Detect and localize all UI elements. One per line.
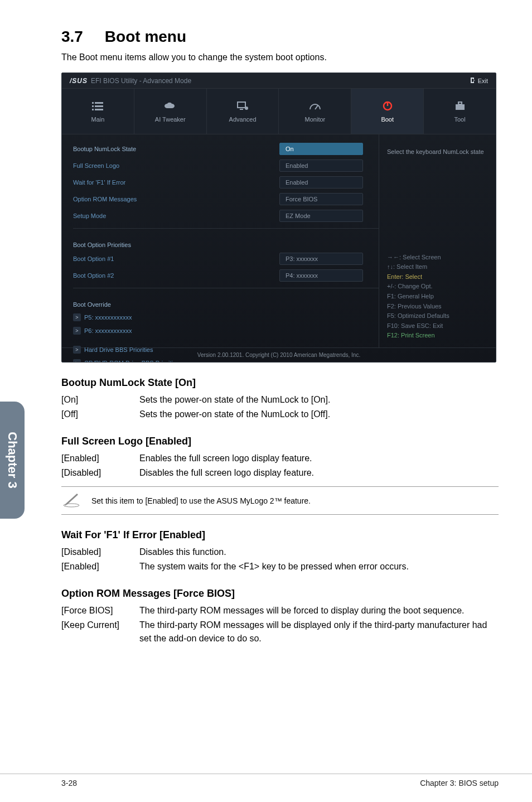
override-hdd[interactable]: > Hard Drive BBS Priorities: [73, 343, 379, 356]
override-cddvd-label: CD/DVD ROM Drive BBS Priorities: [84, 360, 180, 363]
opt-desc: Enables the full screen logo display fea…: [139, 452, 499, 465]
exit-label: Exit: [478, 78, 488, 84]
opt-desc: The system waits for the <F1> key to be …: [139, 560, 499, 573]
opt-fslogo-di: [Disabled] Disables the full screen logo…: [61, 466, 499, 480]
opt-key: [Enabled]: [61, 452, 139, 465]
bios-help-text: Select the keyboard NumLock state: [387, 148, 488, 156]
section-heading: 3.7 Boot menu: [61, 28, 499, 46]
row-optionrom-label: Option ROM Messages: [73, 196, 279, 202]
override-p5[interactable]: > P5: xxxxxxxxxxxx: [73, 311, 379, 324]
svg-point-8: [245, 107, 248, 110]
tab-advanced[interactable]: Advanced: [207, 89, 279, 134]
row-waitf1-label: Wait for 'F1' If Error: [73, 179, 279, 186]
row-numlock[interactable]: Bootup NumLock State On: [73, 141, 379, 157]
row-optionrom[interactable]: Option ROM Messages Force BIOS: [73, 191, 379, 207]
row-bootopt1[interactable]: Boot Option #1 P3: xxxxxxx: [73, 251, 379, 267]
svg-rect-13: [458, 102, 462, 104]
note-text: Set this item to [Enabled] to use the AS…: [91, 496, 311, 505]
row-setupmode-label: Setup Mode: [73, 212, 279, 219]
row-numlock-value[interactable]: On: [279, 143, 363, 155]
tab-aitweaker-label: AI Tweaker: [155, 116, 186, 123]
section-number: 3.7: [61, 28, 83, 45]
subhead-fslogo: Full Screen Logo [Enabled]: [61, 436, 499, 447]
tab-tool[interactable]: Tool: [424, 89, 496, 134]
svg-rect-6: [238, 102, 245, 108]
tab-boot[interactable]: Boot: [351, 89, 424, 134]
tab-main-label: Main: [91, 116, 104, 123]
gauge-icon: [308, 100, 322, 112]
svg-rect-2: [92, 105, 94, 107]
bios-nav-hints: →←: Select Screen ↑↓: Select Item Enter:…: [387, 253, 488, 341]
row-setupmode-value[interactable]: EZ Mode: [279, 210, 363, 222]
opt-desc: Sets the power-on state of the NumLock t…: [139, 393, 499, 407]
svg-line-9: [315, 105, 318, 109]
tab-advanced-label: Advanced: [229, 116, 257, 123]
opt-numlock-off: [Off] Sets the power-on state of the Num…: [61, 408, 499, 421]
hint-l9: F12: Print Screen: [387, 331, 488, 341]
row-waitf1-value[interactable]: Enabled: [279, 176, 363, 189]
tab-boot-label: Boot: [381, 116, 394, 123]
tab-main[interactable]: Main: [62, 89, 134, 134]
row-bootopt1-label: Boot Option #1: [73, 255, 279, 262]
chevron-right-icon: >: [73, 327, 81, 335]
boot-override-header: Boot Override: [73, 298, 379, 311]
subhead-numlock: Bootup NumLock State [On]: [61, 377, 499, 389]
svg-rect-7: [240, 109, 243, 110]
power-icon: [380, 100, 395, 112]
bios-right-pane: Select the keyboard NumLock state →←: Se…: [379, 134, 496, 347]
override-hdd-label: Hard Drive BBS Priorities: [84, 346, 153, 353]
opt-key: [Off]: [61, 408, 139, 421]
subhead-optrom: Option ROM Messages [Force BIOS]: [61, 588, 499, 600]
hint-l6: F2: Previous Values: [387, 302, 488, 312]
row-bootopt2-label: Boot Option #2: [73, 272, 279, 279]
override-p6-label: P6: xxxxxxxxxxxx: [84, 327, 132, 334]
row-waitf1[interactable]: Wait for 'F1' If Error Enabled: [73, 175, 379, 190]
section-intro: The Boot menu items allow you to change …: [61, 52, 499, 62]
override-p6[interactable]: > P6: xxxxxxxxxxxx: [73, 324, 379, 337]
opt-desc: The third-party ROM messages will be dis…: [139, 619, 499, 645]
hint-l2: ↑↓: Select Item: [387, 262, 488, 272]
opt-desc: The third-party ROM messages will be for…: [139, 604, 499, 617]
svg-rect-4: [92, 109, 94, 110]
tab-monitor[interactable]: Monitor: [279, 89, 351, 134]
hint-l1: →←: Select Screen: [387, 253, 488, 263]
row-bootopt2-value[interactable]: P4: xxxxxxx: [279, 269, 363, 282]
row-bootopt1-value[interactable]: P3: xxxxxxx: [279, 253, 363, 265]
row-fullscreen-value[interactable]: Enabled: [279, 160, 363, 172]
tab-aitweaker[interactable]: AI Tweaker: [134, 89, 207, 134]
bios-titlebar: /SUS EFI BIOS Utility - Advanced Mode Ex…: [62, 73, 496, 89]
opt-waitf1-en: [Enabled] The system waits for the <F1> …: [61, 560, 499, 573]
exit-button[interactable]: Exit: [470, 77, 488, 85]
opt-waitf1-di: [Disabled] Disables this function.: [61, 545, 499, 559]
subhead-waitf1: Wait For 'F1' If Error [Enabled]: [61, 529, 499, 541]
opt-key: [Enabled]: [61, 560, 139, 573]
row-bootopt2[interactable]: Boot Option #2 P4: xxxxxxx: [73, 268, 379, 283]
svg-rect-3: [95, 105, 103, 107]
footer-right: Chapter 3: BIOS setup: [420, 779, 499, 787]
opt-key: [Disabled]: [61, 466, 139, 480]
bios-tabs: Main AI Tweaker Advanced Monitor: [62, 89, 496, 134]
opt-desc: Disables this function.: [139, 545, 499, 559]
svg-rect-1: [95, 102, 103, 104]
cloud-icon: [163, 100, 177, 112]
bios-left-pane: Bootup NumLock State On Full Screen Logo…: [62, 134, 379, 347]
chevron-right-icon: >: [73, 359, 81, 363]
svg-rect-0: [92, 102, 94, 104]
row-setupmode[interactable]: Setup Mode EZ Mode: [73, 208, 379, 224]
boot-priorities-header: Boot Option Priorities: [73, 239, 379, 251]
chapter-side-tab: Chapter 3: [0, 402, 25, 519]
opt-optrom-force: [Force BIOS] The third-party ROM message…: [61, 604, 499, 617]
bios-screenshot: /SUS EFI BIOS Utility - Advanced Mode Ex…: [61, 73, 496, 363]
list-icon: [90, 100, 105, 112]
row-optionrom-value[interactable]: Force BIOS: [279, 193, 363, 205]
override-cddvd[interactable]: > CD/DVD ROM Drive BBS Priorities: [73, 356, 379, 363]
hint-l5: F1: General Help: [387, 292, 488, 302]
hint-l4: +/-: Change Opt.: [387, 282, 488, 292]
footer-left: 3-28: [61, 779, 77, 787]
bios-brand-logo: /SUS: [70, 77, 88, 85]
monitor-gear-icon: [235, 100, 250, 112]
row-fullscreen[interactable]: Full Screen Logo Enabled: [73, 158, 379, 173]
hint-l3: Enter: Select: [387, 272, 488, 282]
hint-l7: F5: Optimized Defaults: [387, 311, 488, 321]
tab-monitor-label: Monitor: [305, 116, 326, 123]
